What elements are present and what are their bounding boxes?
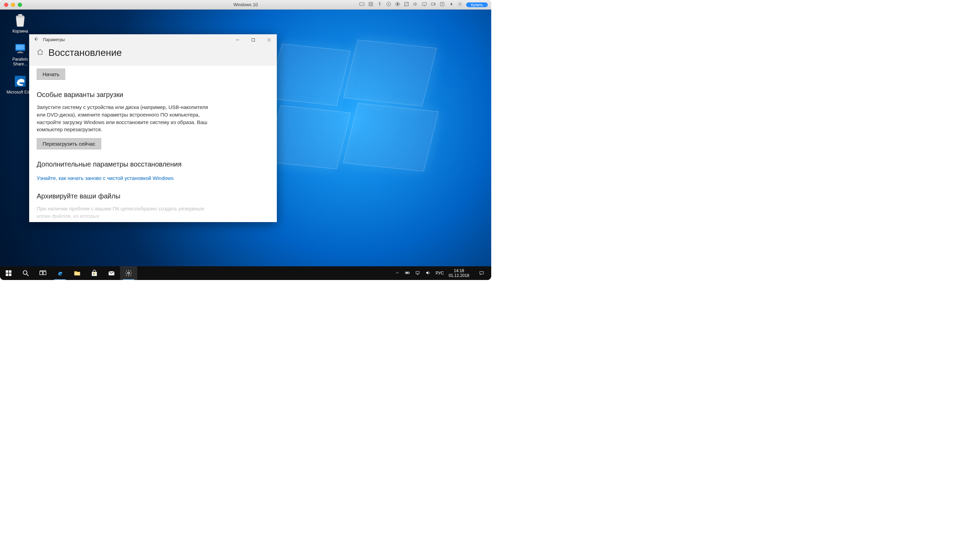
taskbar-app-mail[interactable] bbox=[103, 266, 120, 280]
mac-window-title: Windows 10 bbox=[233, 2, 258, 7]
windows-taskbar: РУС 14:18 01.12.2018 bbox=[0, 266, 491, 280]
svg-line-10 bbox=[380, 4, 381, 5]
mac-zoom-button[interactable] bbox=[18, 3, 22, 7]
svg-rect-22 bbox=[19, 14, 22, 16]
action-center-button[interactable] bbox=[474, 270, 489, 276]
record-icon[interactable] bbox=[395, 2, 400, 8]
svg-rect-51 bbox=[406, 272, 408, 273]
volume-icon[interactable] bbox=[425, 270, 431, 276]
usb-icon[interactable] bbox=[377, 2, 382, 8]
svg-rect-44 bbox=[94, 273, 96, 274]
parallels-toolbar: Купить bbox=[359, 2, 491, 8]
task-view-button[interactable] bbox=[34, 266, 52, 280]
close-button[interactable] bbox=[261, 34, 277, 45]
mac-traffic-lights bbox=[0, 3, 22, 7]
camera-icon[interactable] bbox=[431, 2, 436, 8]
svg-rect-46 bbox=[94, 274, 96, 275]
backup-title: Архивируйте ваши файлы bbox=[37, 192, 269, 200]
taskbar-app-edge[interactable] bbox=[52, 266, 69, 280]
desktop-icon-recycle-bin[interactable]: Корзина bbox=[5, 13, 36, 34]
svg-rect-42 bbox=[92, 272, 97, 276]
svg-rect-39 bbox=[43, 271, 46, 275]
page-title: Восстановление bbox=[49, 47, 122, 58]
svg-rect-52 bbox=[416, 271, 419, 274]
svg-point-48 bbox=[128, 272, 130, 274]
svg-rect-6 bbox=[370, 3, 372, 5]
settings-window: Параметры Восстановление Начать Особые bbox=[29, 34, 277, 222]
advanced-startup-title: Особые варианты загрузки bbox=[37, 91, 269, 99]
search-button[interactable] bbox=[17, 266, 34, 280]
snapshot-icon[interactable] bbox=[368, 2, 374, 8]
svg-point-14 bbox=[397, 3, 399, 5]
desktop-wallpaper-logo bbox=[268, 37, 447, 181]
tray-overflow-icon[interactable] bbox=[395, 270, 400, 276]
reset-start-button[interactable]: Начать bbox=[37, 69, 65, 80]
taskbar-app-file-explorer[interactable] bbox=[69, 266, 86, 280]
svg-rect-50 bbox=[409, 272, 410, 273]
svg-point-12 bbox=[388, 4, 389, 5]
svg-rect-25 bbox=[19, 51, 22, 52]
parallels-shared-folders-icon bbox=[13, 41, 27, 56]
svg-point-21 bbox=[459, 3, 461, 5]
clock-date: 01.12.2018 bbox=[449, 273, 469, 278]
language-indicator[interactable]: РУС bbox=[436, 271, 444, 276]
system-tray: РУС 14:18 01.12.2018 bbox=[391, 266, 491, 280]
svg-rect-19 bbox=[431, 3, 434, 5]
scroll-fade bbox=[29, 215, 277, 222]
desktop-icon-label: Корзина bbox=[13, 29, 28, 34]
display-icon[interactable] bbox=[421, 2, 427, 8]
settings-titlebar[interactable]: Параметры bbox=[29, 34, 277, 45]
gear-icon[interactable] bbox=[457, 2, 463, 8]
taskbar-app-store[interactable] bbox=[86, 266, 103, 280]
maximize-button[interactable] bbox=[245, 34, 261, 45]
more-recovery-title: Дополнительные параметры восстановления bbox=[37, 161, 269, 168]
windows-desktop[interactable]: Корзина Parallels Share... Microsoft Edg… bbox=[0, 9, 491, 280]
svg-rect-0 bbox=[360, 3, 364, 5]
parallels-buy-button[interactable]: Купить bbox=[466, 2, 488, 7]
network-icon[interactable] bbox=[415, 270, 421, 276]
mac-titlebar: Windows 10 Купить bbox=[0, 0, 491, 9]
svg-rect-41 bbox=[74, 272, 80, 275]
settings-header: Восстановление bbox=[29, 45, 277, 66]
svg-point-7 bbox=[379, 2, 380, 3]
taskbar-spacer bbox=[137, 266, 391, 280]
share-icon[interactable] bbox=[440, 2, 445, 8]
mac-close-button[interactable] bbox=[4, 3, 8, 7]
settings-caption: Параметры bbox=[43, 37, 65, 42]
svg-rect-38 bbox=[40, 271, 42, 275]
vm-frame: Windows 10 Купить bbox=[0, 0, 491, 280]
battery-icon[interactable] bbox=[405, 270, 410, 276]
svg-rect-55 bbox=[480, 271, 484, 274]
edge-icon bbox=[13, 74, 27, 89]
svg-point-36 bbox=[23, 271, 27, 275]
keyboard-icon[interactable] bbox=[359, 2, 365, 8]
home-icon[interactable] bbox=[37, 49, 44, 57]
collapse-icon[interactable] bbox=[448, 2, 454, 8]
sound-icon[interactable] bbox=[413, 2, 418, 8]
svg-rect-32 bbox=[6, 270, 8, 273]
svg-point-11 bbox=[387, 2, 391, 6]
taskbar-app-settings[interactable] bbox=[120, 266, 137, 280]
advanced-startup-description: Запустите систему с устройства или диска… bbox=[37, 103, 208, 133]
svg-line-37 bbox=[27, 274, 29, 276]
restart-now-button[interactable]: Перезагрузить сейчас bbox=[37, 138, 101, 150]
guest-tools-icon[interactable] bbox=[404, 2, 409, 8]
recycle-bin-icon bbox=[13, 13, 27, 27]
svg-line-16 bbox=[405, 2, 409, 6]
fresh-start-link[interactable]: Узнайте, как начать заново с чистой уста… bbox=[37, 175, 174, 181]
svg-rect-29 bbox=[252, 38, 255, 41]
svg-rect-24 bbox=[16, 45, 25, 50]
clock-time: 14:18 bbox=[449, 268, 469, 273]
svg-rect-17 bbox=[422, 2, 426, 5]
start-button[interactable] bbox=[0, 266, 17, 280]
svg-line-9 bbox=[379, 3, 380, 4]
window-controls bbox=[230, 34, 277, 45]
minimize-button[interactable] bbox=[230, 34, 245, 45]
mac-minimize-button[interactable] bbox=[11, 3, 15, 7]
back-button[interactable] bbox=[29, 36, 43, 43]
svg-rect-43 bbox=[93, 273, 94, 274]
taskbar-clock[interactable]: 14:18 01.12.2018 bbox=[449, 268, 469, 278]
disc-icon[interactable] bbox=[386, 2, 391, 8]
svg-rect-45 bbox=[93, 274, 94, 275]
svg-rect-34 bbox=[6, 273, 8, 276]
